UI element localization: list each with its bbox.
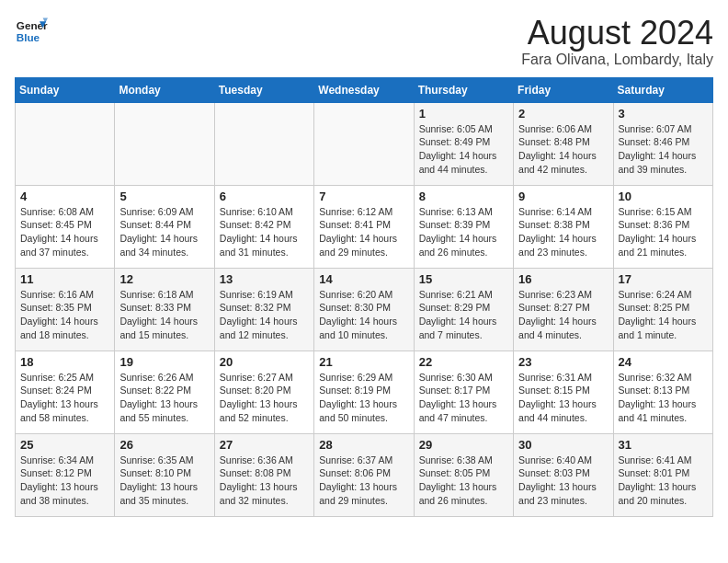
calendar-cell: 23Sunrise: 6:31 AM Sunset: 8:15 PM Dayli…	[514, 350, 613, 433]
day-info: Sunrise: 6:26 AM Sunset: 8:22 PM Dayligh…	[119, 371, 209, 425]
day-number: 2	[518, 107, 608, 121]
calendar-cell: 29Sunrise: 6:38 AM Sunset: 8:05 PM Dayli…	[414, 433, 513, 516]
calendar-cell: 27Sunrise: 6:36 AM Sunset: 8:08 PM Dayli…	[214, 433, 313, 516]
day-info: Sunrise: 6:25 AM Sunset: 8:24 PM Dayligh…	[20, 371, 109, 425]
calendar-cell: 30Sunrise: 6:40 AM Sunset: 8:03 PM Dayli…	[514, 433, 613, 516]
day-number: 15	[419, 272, 508, 286]
day-number: 23	[518, 355, 608, 369]
calendar-cell: 7Sunrise: 6:12 AM Sunset: 8:41 PM Daylig…	[314, 185, 414, 268]
calendar-cell: 9Sunrise: 6:14 AM Sunset: 8:38 PM Daylig…	[514, 185, 613, 268]
calendar-cell: 3Sunrise: 6:07 AM Sunset: 8:46 PM Daylig…	[613, 102, 712, 185]
day-number: 12	[119, 272, 209, 286]
day-info: Sunrise: 6:35 AM Sunset: 8:10 PM Dayligh…	[119, 454, 209, 508]
calendar-cell: 13Sunrise: 6:19 AM Sunset: 8:32 PM Dayli…	[214, 268, 313, 350]
day-info: Sunrise: 6:32 AM Sunset: 8:13 PM Dayligh…	[619, 371, 708, 425]
day-info: Sunrise: 6:24 AM Sunset: 8:25 PM Dayligh…	[619, 288, 708, 342]
day-info: Sunrise: 6:13 AM Sunset: 8:39 PM Dayligh…	[419, 205, 508, 259]
logo-icon: General Blue	[15, 15, 48, 48]
calendar-cell: 21Sunrise: 6:29 AM Sunset: 8:19 PM Dayli…	[314, 350, 414, 433]
calendar-cell: 15Sunrise: 6:21 AM Sunset: 8:29 PM Dayli…	[414, 268, 513, 350]
day-info: Sunrise: 6:40 AM Sunset: 8:03 PM Dayligh…	[518, 454, 608, 508]
calendar-cell: 18Sunrise: 6:25 AM Sunset: 8:24 PM Dayli…	[16, 350, 115, 433]
weekday-header-sunday: Sunday	[16, 77, 115, 102]
calendar-cell: 14Sunrise: 6:20 AM Sunset: 8:30 PM Dayli…	[314, 268, 414, 350]
calendar-body: 1Sunrise: 6:05 AM Sunset: 8:49 PM Daylig…	[16, 102, 713, 516]
calendar-cell: 8Sunrise: 6:13 AM Sunset: 8:39 PM Daylig…	[414, 185, 513, 268]
day-number: 5	[119, 190, 209, 203]
day-info: Sunrise: 6:09 AM Sunset: 8:44 PM Dayligh…	[119, 205, 209, 259]
page-header: General Blue August 2024 Fara Olivana, L…	[15, 15, 713, 68]
day-number: 17	[619, 272, 708, 286]
day-number: 16	[518, 272, 608, 286]
logo: General Blue	[15, 15, 48, 48]
calendar-cell: 2Sunrise: 6:06 AM Sunset: 8:48 PM Daylig…	[514, 102, 613, 185]
day-number: 20	[220, 355, 309, 369]
day-info: Sunrise: 6:19 AM Sunset: 8:32 PM Dayligh…	[220, 288, 309, 342]
calendar-cell: 12Sunrise: 6:18 AM Sunset: 8:33 PM Dayli…	[115, 268, 214, 350]
calendar-table: SundayMondayTuesdayWednesdayThursdayFrid…	[15, 77, 713, 517]
day-info: Sunrise: 6:27 AM Sunset: 8:20 PM Dayligh…	[220, 371, 309, 425]
day-info: Sunrise: 6:14 AM Sunset: 8:38 PM Dayligh…	[518, 205, 608, 259]
calendar-cell: 31Sunrise: 6:41 AM Sunset: 8:01 PM Dayli…	[613, 433, 712, 516]
day-info: Sunrise: 6:05 AM Sunset: 8:49 PM Dayligh…	[419, 122, 508, 177]
day-info: Sunrise: 6:29 AM Sunset: 8:19 PM Dayligh…	[319, 371, 408, 425]
day-info: Sunrise: 6:34 AM Sunset: 8:12 PM Dayligh…	[20, 454, 109, 508]
day-number: 6	[220, 190, 309, 203]
day-info: Sunrise: 6:37 AM Sunset: 8:06 PM Dayligh…	[319, 454, 408, 508]
calendar-cell: 1Sunrise: 6:05 AM Sunset: 8:49 PM Daylig…	[414, 102, 513, 185]
weekday-header-monday: Monday	[115, 77, 214, 102]
day-number: 21	[319, 355, 408, 369]
day-number: 11	[20, 272, 109, 286]
day-info: Sunrise: 6:23 AM Sunset: 8:27 PM Dayligh…	[518, 288, 608, 342]
day-info: Sunrise: 6:31 AM Sunset: 8:15 PM Dayligh…	[518, 371, 608, 425]
weekday-header-thursday: Thursday	[414, 77, 513, 102]
day-number: 31	[619, 438, 708, 452]
day-info: Sunrise: 6:20 AM Sunset: 8:30 PM Dayligh…	[319, 288, 408, 342]
calendar-week-3: 11Sunrise: 6:16 AM Sunset: 8:35 PM Dayli…	[16, 268, 713, 350]
weekday-header-wednesday: Wednesday	[314, 77, 414, 102]
day-number: 13	[220, 272, 309, 286]
calendar-cell: 19Sunrise: 6:26 AM Sunset: 8:22 PM Dayli…	[115, 350, 214, 433]
calendar-cell	[214, 102, 313, 185]
day-number: 10	[619, 190, 708, 203]
day-number: 19	[119, 355, 209, 369]
day-number: 30	[518, 438, 608, 452]
day-number: 27	[220, 438, 309, 452]
calendar-cell: 28Sunrise: 6:37 AM Sunset: 8:06 PM Dayli…	[314, 433, 414, 516]
calendar-cell: 24Sunrise: 6:32 AM Sunset: 8:13 PM Dayli…	[613, 350, 712, 433]
day-number: 18	[20, 355, 109, 369]
day-number: 1	[419, 107, 508, 121]
day-number: 22	[419, 355, 508, 369]
day-number: 26	[119, 438, 209, 452]
day-info: Sunrise: 6:12 AM Sunset: 8:41 PM Dayligh…	[319, 205, 408, 259]
month-year-title: August 2024	[521, 15, 713, 52]
calendar-cell: 26Sunrise: 6:35 AM Sunset: 8:10 PM Dayli…	[115, 433, 214, 516]
day-info: Sunrise: 6:30 AM Sunset: 8:17 PM Dayligh…	[419, 371, 508, 425]
day-info: Sunrise: 6:10 AM Sunset: 8:42 PM Dayligh…	[220, 205, 309, 259]
calendar-cell: 25Sunrise: 6:34 AM Sunset: 8:12 PM Dayli…	[16, 433, 115, 516]
calendar-week-4: 18Sunrise: 6:25 AM Sunset: 8:24 PM Dayli…	[16, 350, 713, 433]
day-info: Sunrise: 6:38 AM Sunset: 8:05 PM Dayligh…	[419, 454, 508, 508]
weekday-header-tuesday: Tuesday	[214, 77, 313, 102]
weekday-header-saturday: Saturday	[613, 77, 712, 102]
day-info: Sunrise: 6:18 AM Sunset: 8:33 PM Dayligh…	[119, 288, 209, 342]
day-info: Sunrise: 6:41 AM Sunset: 8:01 PM Dayligh…	[619, 454, 708, 508]
calendar-cell: 6Sunrise: 6:10 AM Sunset: 8:42 PM Daylig…	[214, 185, 313, 268]
day-number: 28	[319, 438, 408, 452]
calendar-week-1: 1Sunrise: 6:05 AM Sunset: 8:49 PM Daylig…	[16, 102, 713, 185]
weekday-header-row: SundayMondayTuesdayWednesdayThursdayFrid…	[16, 77, 713, 102]
day-info: Sunrise: 6:36 AM Sunset: 8:08 PM Dayligh…	[220, 454, 309, 508]
day-number: 14	[319, 272, 408, 286]
day-info: Sunrise: 6:07 AM Sunset: 8:46 PM Dayligh…	[619, 122, 708, 177]
calendar-cell	[115, 102, 214, 185]
day-number: 3	[619, 107, 708, 121]
calendar-cell: 20Sunrise: 6:27 AM Sunset: 8:20 PM Dayli…	[214, 350, 313, 433]
calendar-cell: 11Sunrise: 6:16 AM Sunset: 8:35 PM Dayli…	[16, 268, 115, 350]
day-number: 29	[419, 438, 508, 452]
calendar-cell: 10Sunrise: 6:15 AM Sunset: 8:36 PM Dayli…	[613, 185, 712, 268]
calendar-cell	[314, 102, 414, 185]
day-number: 9	[518, 190, 608, 203]
calendar-cell: 4Sunrise: 6:08 AM Sunset: 8:45 PM Daylig…	[16, 185, 115, 268]
day-info: Sunrise: 6:08 AM Sunset: 8:45 PM Dayligh…	[20, 205, 109, 259]
title-block: August 2024 Fara Olivana, Lombardy, Ital…	[521, 15, 713, 68]
